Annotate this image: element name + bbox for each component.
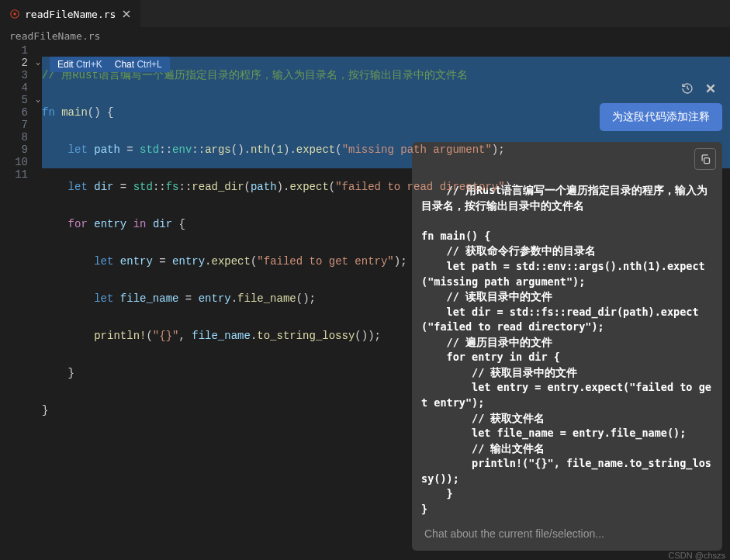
chat-input[interactable]: Chat about the current file/selection... bbox=[412, 517, 722, 551]
fold-icon[interactable]: ⌄ bbox=[36, 94, 40, 106]
close-icon[interactable] bbox=[120, 8, 133, 20]
tab-title: readFileName.rs bbox=[25, 9, 116, 20]
chat-placeholder: Chat about the current file/selection... bbox=[424, 527, 604, 540]
rust-icon bbox=[9, 9, 20, 19]
ai-code-suggestion: // 用Rust语言编写一个遍历指定目录的程序，输入为目录名，按行输出目录中的文… bbox=[412, 142, 722, 546]
chat-action[interactable]: Chat Ctrl+L bbox=[115, 58, 162, 71]
tab-bar: readFileName.rs bbox=[0, 0, 730, 27]
ai-code-text: // 用Rust语言编写一个遍历指定目录的程序，输入为目录名，按行输出目录中的文… bbox=[421, 184, 711, 515]
ai-panel-header bbox=[412, 81, 722, 95]
tab-readfilename[interactable]: readFileName.rs bbox=[0, 0, 140, 27]
inline-code-toolbar: Edit Ctrl+K Chat Ctrl+L bbox=[50, 57, 170, 72]
watermark: CSDN @chszs bbox=[668, 551, 725, 560]
close-icon[interactable] bbox=[704, 81, 718, 95]
line-number-gutter: 1 2⌄ 3 4 5⌄ 6 7 8 9 10 11 bbox=[0, 44, 42, 479]
code-content[interactable]: // 用Rust语言编写一个遍历指定目录的程序，输入为目录名，按行输出目录中的文… bbox=[42, 44, 730, 479]
breadcrumb[interactable]: readFileName.rs bbox=[0, 27, 730, 44]
fold-icon[interactable]: ⌄ bbox=[36, 57, 40, 69]
history-icon[interactable] bbox=[680, 81, 694, 95]
breadcrumb-text: readFileName.rs bbox=[9, 30, 100, 42]
edit-action[interactable]: Edit Ctrl+K bbox=[57, 58, 102, 71]
svg-rect-2 bbox=[704, 157, 709, 163]
code-editor[interactable]: 1 2⌄ 3 4 5⌄ 6 7 8 9 10 11 // 用Rust语言编写一个… bbox=[0, 44, 730, 479]
svg-point-1 bbox=[13, 12, 16, 16]
